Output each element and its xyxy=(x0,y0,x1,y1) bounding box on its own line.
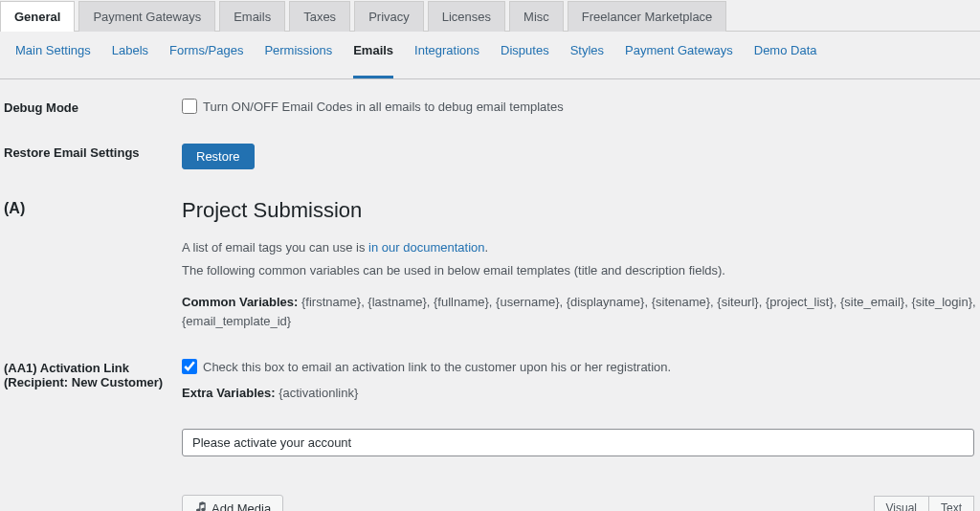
row-section-a: (A) Project Submission A list of email t… xyxy=(0,198,980,330)
subtab-main-settings[interactable]: Main Settings xyxy=(15,43,91,67)
documentation-link[interactable]: in our documentation xyxy=(368,240,484,255)
desc-line-1: A list of email tags you can use is in o… xyxy=(182,238,976,257)
subtab-integrations[interactable]: Integrations xyxy=(414,43,479,67)
subtab-payment-gateways[interactable]: Payment Gateways xyxy=(625,43,733,67)
subtab-labels[interactable]: Labels xyxy=(112,43,148,67)
editor-tab-visual[interactable]: Visual xyxy=(874,496,928,511)
label-restore: Restore Email Settings xyxy=(4,144,182,169)
label-empty xyxy=(4,429,182,511)
add-media-label: Add Media xyxy=(212,501,271,512)
aa1-checkbox-text: Check this box to email an activation li… xyxy=(203,360,671,374)
aa1-line2: (Recipient: New Customer) xyxy=(4,375,182,389)
common-vars-values: {firstname}, {lastname}, {fullname}, {us… xyxy=(182,295,976,328)
tab-privacy[interactable]: Privacy xyxy=(354,1,424,32)
label-debug-mode: Debug Mode xyxy=(4,99,182,115)
row-title-input: Add Media Visual Text xyxy=(0,429,980,511)
restore-button[interactable]: Restore xyxy=(182,144,255,169)
tab-general[interactable]: General xyxy=(0,1,75,32)
debug-mode-checkbox[interactable] xyxy=(182,99,197,114)
email-title-input[interactable] xyxy=(182,429,974,456)
extra-vars-label: Extra Variables: xyxy=(182,386,276,400)
aa1-checkbox[interactable] xyxy=(182,359,197,374)
editor-tabs: Visual Text xyxy=(874,496,974,511)
settings-content: Debug Mode Turn ON/OFF Email Codes in al… xyxy=(0,79,980,511)
extra-vars-line: Extra Variables: {activationlink} xyxy=(182,386,976,400)
row-aa1: (AA1) Activation Link (Recipient: New Cu… xyxy=(0,359,980,400)
subtab-disputes[interactable]: Disputes xyxy=(501,43,549,67)
desc-line-2: The following common variables can be us… xyxy=(182,261,976,280)
row-debug-mode: Debug Mode Turn ON/OFF Email Codes in al… xyxy=(0,99,980,115)
editor-tab-text[interactable]: Text xyxy=(928,496,974,511)
editor-toolbar: Add Media Visual Text xyxy=(182,495,974,511)
tab-freelancer-marketplace[interactable]: Freelancer Marketplace xyxy=(568,1,727,32)
subtab-forms-pages[interactable]: Forms/Pages xyxy=(169,43,243,67)
desc-prefix: A list of email tags you can use is xyxy=(182,240,368,255)
debug-mode-checkbox-label[interactable]: Turn ON/OFF Email Codes in all emails to… xyxy=(182,99,976,114)
subtab-emails[interactable]: Emails xyxy=(353,43,393,78)
sub-tabs: Main Settings Labels Forms/Pages Permiss… xyxy=(0,32,980,79)
common-vars-line: Common Variables: {firstname}, {lastname… xyxy=(182,293,976,330)
aa1-line1: (AA1) Activation Link xyxy=(4,361,182,375)
aa1-checkbox-label[interactable]: Check this box to email an activation li… xyxy=(182,359,976,374)
subtab-styles[interactable]: Styles xyxy=(570,43,604,67)
desc-period: . xyxy=(485,240,489,255)
label-aa1: (AA1) Activation Link (Recipient: New Cu… xyxy=(4,359,182,400)
row-restore: Restore Email Settings Restore xyxy=(0,144,980,169)
tab-misc[interactable]: Misc xyxy=(509,1,564,32)
media-icon xyxy=(194,500,207,511)
label-section-a: (A) xyxy=(4,198,182,330)
tab-payment-gateways[interactable]: Payment Gateways xyxy=(78,1,215,32)
tab-taxes[interactable]: Taxes xyxy=(289,1,350,32)
common-vars-label: Common Variables: xyxy=(182,295,298,309)
tab-licenses[interactable]: Licenses xyxy=(428,1,505,32)
extra-vars-values: {activationlink} xyxy=(276,386,359,400)
tab-emails[interactable]: Emails xyxy=(219,1,285,32)
add-media-button[interactable]: Add Media xyxy=(182,495,283,511)
debug-mode-text: Turn ON/OFF Email Codes in all emails to… xyxy=(203,100,564,114)
subtab-permissions[interactable]: Permissions xyxy=(264,43,332,67)
section-title-project-submission: Project Submission xyxy=(182,198,976,223)
subtab-demo-data[interactable]: Demo Data xyxy=(754,43,817,67)
top-tabs: General Payment Gateways Emails Taxes Pr… xyxy=(0,0,980,32)
